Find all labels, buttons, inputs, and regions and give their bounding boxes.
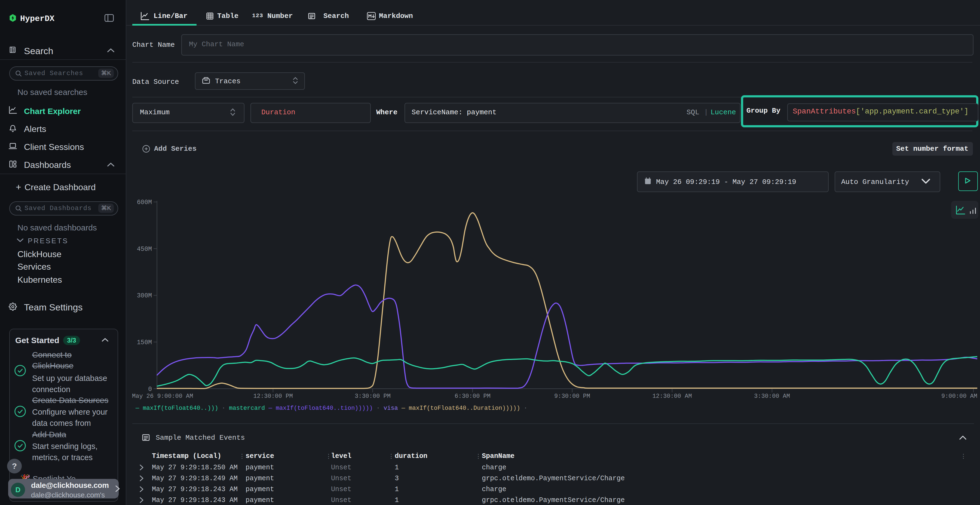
svg-text:150M: 150M [137, 339, 152, 346]
svg-text:12:30:00 PM: 12:30:00 PM [253, 393, 293, 400]
svg-text:300M: 300M [137, 292, 152, 299]
svg-text:May 26 9:00:00 AM: May 26 9:00:00 AM [132, 393, 193, 400]
svg-text:6:30:00 PM: 6:30:00 PM [455, 393, 490, 400]
svg-text:0: 0 [148, 386, 152, 393]
svg-text:9:30:00 PM: 9:30:00 PM [554, 393, 590, 400]
svg-text:3:30:00 AM: 3:30:00 AM [754, 393, 790, 400]
svg-text:3:30:00 PM: 3:30:00 PM [355, 393, 391, 400]
svg-text:450M: 450M [137, 246, 152, 253]
svg-text:600M: 600M [137, 199, 152, 206]
svg-text:9:00:00 AM: 9:00:00 AM [941, 393, 977, 400]
svg-text:12:30:00 AM: 12:30:00 AM [652, 393, 692, 400]
